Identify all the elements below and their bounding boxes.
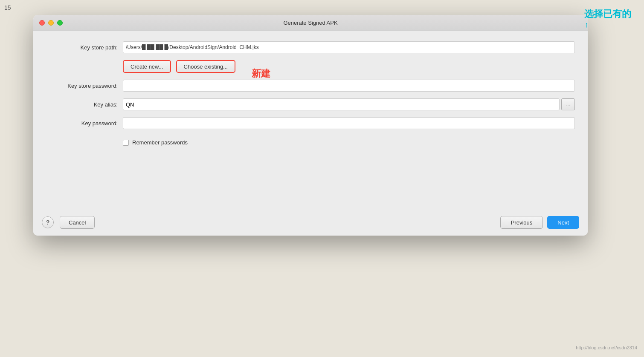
annotation-new-label: 新建	[252, 67, 270, 80]
title-bar-buttons	[39, 20, 63, 26]
key-store-password-row: Key store password:	[46, 80, 575, 92]
dialog-title: Generate Signed APK	[283, 20, 337, 26]
maximize-button[interactable]	[57, 20, 63, 26]
annotation-arrow: ↑	[585, 20, 589, 29]
key-store-path-row: Key store path:	[46, 41, 575, 53]
key-password-row: Key password:	[46, 117, 575, 129]
key-store-password-label: Key store password:	[46, 83, 123, 89]
create-new-button[interactable]: Create new...	[123, 60, 171, 73]
key-store-path-label: Key store path:	[46, 44, 123, 51]
key-password-label: Key password:	[46, 120, 123, 127]
spacer	[46, 149, 575, 200]
key-alias-label: Key alias:	[46, 101, 123, 108]
key-alias-input[interactable]	[123, 98, 560, 110]
title-bar: Generate Signed APK	[33, 15, 588, 31]
help-button[interactable]: ?	[42, 216, 54, 228]
key-alias-browse-button[interactable]: ...	[561, 98, 575, 110]
create-choose-row: Create new... Choose existing...	[123, 60, 575, 73]
page-background: 15 选择已有的 ↑ 新建 http://blog.csdn.net/csdn2…	[0, 0, 644, 357]
remember-passwords-label: Remember passwords	[132, 139, 188, 146]
remember-passwords-row: Remember passwords	[123, 136, 575, 149]
watermark: http://blog.csdn.net/csdn2314	[576, 345, 637, 350]
key-password-input[interactable]	[123, 117, 575, 129]
remember-passwords-checkbox[interactable]	[123, 140, 129, 146]
key-store-password-input[interactable]	[123, 80, 575, 92]
close-button[interactable]	[39, 20, 45, 26]
annotation-choose-label: 选择已有的	[584, 8, 631, 20]
cancel-button[interactable]: Cancel	[60, 216, 95, 229]
next-button[interactable]: Next	[547, 216, 579, 229]
choose-existing-button[interactable]: Choose existing...	[176, 60, 235, 73]
generate-signed-apk-dialog: Generate Signed APK Key store path: Crea…	[33, 15, 588, 236]
previous-button[interactable]: Previous	[500, 216, 543, 229]
bottom-bar: ? Cancel Previous Next	[33, 209, 588, 236]
key-alias-wrapper: ...	[123, 98, 575, 110]
key-store-path-input[interactable]	[123, 41, 575, 53]
key-alias-row: Key alias: ...	[46, 98, 575, 110]
line-number: 15	[4, 4, 11, 11]
dialog-body: Key store path: Create new... Choose exi…	[33, 31, 588, 209]
minimize-button[interactable]	[48, 20, 54, 26]
